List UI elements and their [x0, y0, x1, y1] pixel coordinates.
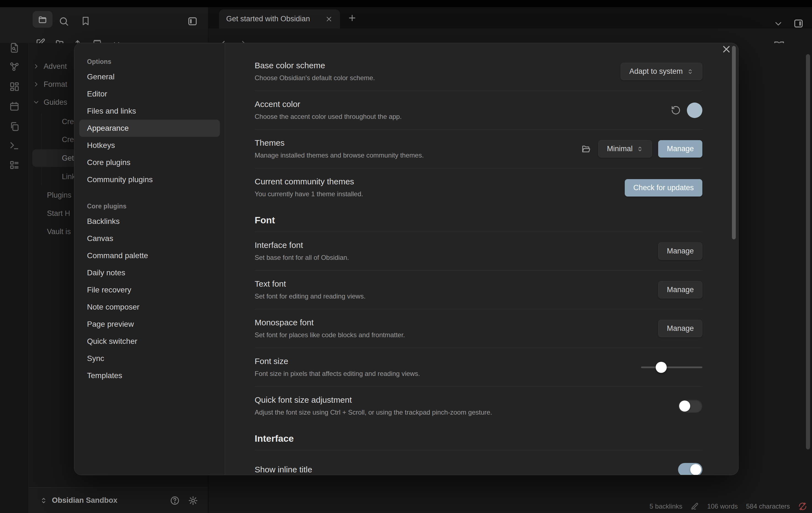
modal-scrollbar[interactable] [732, 46, 736, 239]
editor-scrollbar[interactable] [806, 54, 810, 450]
setting-name: Show inline title [255, 465, 312, 474]
setting-name: Accent color [255, 100, 402, 108]
folder-open-icon [581, 144, 590, 154]
setting-description: You currently have 1 theme installed. [255, 190, 363, 198]
setting-description: Font size in pixels that affects editing… [255, 370, 420, 378]
setting-info: Show inline title [255, 465, 312, 474]
tab-list-button[interactable] [773, 19, 783, 29]
sync-off-icon [798, 502, 807, 511]
search-tab-button[interactable] [59, 16, 69, 27]
setting-info: Quick font size adjustment Adjust the fo… [255, 396, 492, 416]
bookmarks-tab-button[interactable] [81, 16, 91, 26]
edit-mode-indicator[interactable] [691, 502, 699, 511]
setting-name: Interface font [255, 241, 349, 249]
setting-description: Set font for places like code blocks and… [255, 331, 405, 339]
section-heading-interface: Interface [255, 425, 702, 450]
bookmark-icon [81, 16, 91, 26]
setting-info: Monospace font Set font for places like … [255, 318, 405, 339]
nav-item-daily-notes[interactable]: Daily notes [79, 264, 220, 281]
setting-row-themes: Themes Manage installed themes and brows… [255, 130, 702, 168]
manage-themes-button[interactable]: Manage [658, 140, 702, 158]
plus-icon [347, 13, 357, 23]
vault-name: Obsidian Sandbox [52, 496, 170, 505]
slider-knob[interactable] [656, 362, 667, 373]
accent-color-swatch[interactable] [687, 103, 702, 118]
setting-name: Monospace font [255, 318, 405, 327]
sidebar-header [0, 7, 208, 43]
nav-item-quick-switcher[interactable]: Quick switcher [79, 333, 220, 350]
nav-item-core-plugins[interactable]: Core plugins [79, 154, 220, 171]
show-inline-title-toggle[interactable] [678, 463, 702, 475]
nav-item-files-and-links[interactable]: Files and links [79, 103, 220, 120]
tab-close-button[interactable] [325, 15, 333, 23]
expand-right-sidebar-button[interactable] [793, 18, 804, 29]
setting-description: Choose the accent color used throughout … [255, 113, 402, 120]
chevron-up-down-icon [687, 68, 694, 75]
sync-status[interactable] [798, 502, 807, 511]
app-header: Get started with Obsidian [0, 7, 812, 44]
open-themes-folder-button[interactable] [581, 144, 590, 154]
help-button[interactable] [170, 495, 180, 506]
nav-item-command-palette[interactable]: Command palette [79, 247, 220, 264]
setting-name: Font size [255, 357, 420, 366]
chevron-down-icon [773, 19, 783, 29]
setting-name: Quick font size adjustment [255, 396, 492, 404]
nav-item-sync[interactable]: Sync [79, 350, 220, 367]
nav-item-templates[interactable]: Templates [79, 367, 220, 384]
help-circle-icon [170, 495, 180, 506]
manage-text-font-button[interactable]: Manage [658, 281, 702, 298]
setting-row-text-font: Text font Set font for editing and readi… [255, 271, 702, 309]
nav-item-hotkeys[interactable]: Hotkeys [79, 137, 220, 154]
pencil-icon [691, 502, 699, 511]
search-icon [59, 16, 69, 27]
nav-item-community-plugins[interactable]: Community plugins [79, 171, 220, 188]
setting-row-community-themes: Current community themes You currently h… [255, 168, 702, 207]
tab-title: Get started with Obsidian [226, 15, 320, 23]
reset-accent-button[interactable] [671, 105, 681, 115]
quick-font-size-toggle[interactable] [678, 399, 702, 413]
collapse-sidebar-button[interactable] [187, 16, 198, 27]
panel-left-icon [187, 16, 198, 27]
setting-name: Current community themes [255, 178, 363, 186]
setting-info: Current community themes You currently h… [255, 178, 363, 198]
nav-item-editor[interactable]: Editor [79, 85, 220, 103]
nav-item-canvas[interactable]: Canvas [79, 230, 220, 247]
check-for-updates-button[interactable]: Check for updates [625, 179, 702, 196]
nav-section-label: Core plugins [79, 200, 220, 213]
setting-row-show-inline-title: Show inline title [255, 450, 702, 475]
nav-item-note-composer[interactable]: Note composer [79, 298, 220, 316]
settings-button[interactable] [188, 495, 198, 506]
folder-icon [37, 15, 48, 24]
status-bar: 5 backlinks 106 words 584 characters [649, 502, 807, 511]
setting-info: Text font Set font for editing and readi… [255, 280, 366, 300]
setting-description: Set base font for all of Obsidian. [255, 254, 349, 262]
chevrons-up-down-icon [40, 497, 48, 505]
theme-select[interactable]: Minimal [598, 140, 652, 158]
nav-item-file-recovery[interactable]: File recovery [79, 281, 220, 298]
gear-icon [188, 495, 198, 506]
vault-switcher[interactable]: Obsidian Sandbox [29, 487, 208, 513]
manage-monospace-font-button[interactable]: Manage [658, 320, 702, 337]
manage-interface-font-button[interactable]: Manage [658, 242, 702, 260]
new-tab-button[interactable] [347, 13, 357, 23]
backlinks-count[interactable]: 5 backlinks [649, 503, 683, 510]
nav-item-appearance[interactable]: Appearance [79, 120, 220, 137]
settings-content: Base color scheme Choose Obsidian's defa… [225, 43, 738, 475]
character-count[interactable]: 584 characters [746, 503, 790, 510]
panel-right-icon [793, 18, 804, 29]
nav-item-backlinks[interactable]: Backlinks [79, 213, 220, 230]
nav-item-general[interactable]: General [79, 68, 220, 85]
close-icon [325, 15, 333, 23]
settings-modal: Options General Editor Files and links A… [74, 43, 738, 475]
setting-row-interface-font: Interface font Set base font for all of … [255, 232, 702, 271]
modal-close-button[interactable] [721, 44, 732, 55]
files-tab-button[interactable] [33, 11, 53, 28]
setting-info: Interface font Set base font for all of … [255, 241, 349, 262]
nav-item-page-preview[interactable]: Page preview [79, 316, 220, 333]
font-size-slider[interactable] [641, 367, 702, 368]
word-count[interactable]: 106 words [707, 503, 738, 510]
setting-name: Text font [255, 280, 366, 288]
chevron-up-down-icon [636, 145, 643, 153]
tab-get-started[interactable]: Get started with Obsidian [219, 9, 340, 28]
color-scheme-select[interactable]: Adapt to system [620, 63, 702, 80]
